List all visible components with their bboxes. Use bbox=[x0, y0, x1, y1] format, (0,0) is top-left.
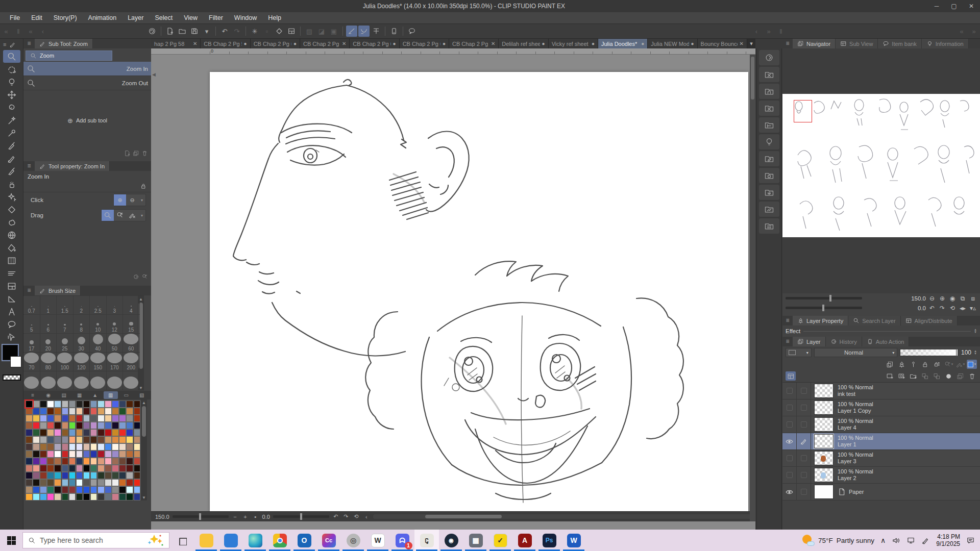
brush-size-cell[interactable]: 170 bbox=[107, 353, 124, 371]
layer-row-layer-2[interactable]: 100 % NormalLayer 2 bbox=[782, 467, 980, 484]
menu-view[interactable]: View bbox=[178, 12, 203, 24]
color-swatch[interactable] bbox=[62, 472, 69, 479]
scale-icon[interactable]: ▨ bbox=[304, 26, 315, 37]
zoom-tool[interactable] bbox=[3, 50, 20, 63]
color-swatch[interactable] bbox=[112, 493, 119, 500]
color-swatch[interactable] bbox=[33, 458, 40, 465]
color-swatch[interactable] bbox=[40, 458, 47, 465]
image-folder-icon[interactable] bbox=[759, 202, 779, 217]
color-swatch[interactable] bbox=[62, 493, 69, 500]
color-swatch[interactable] bbox=[33, 493, 40, 500]
brush-size-cell[interactable]: 80 bbox=[40, 353, 57, 371]
brush-size-cell[interactable]: 20 bbox=[40, 334, 57, 353]
menu-select[interactable]: Select bbox=[149, 12, 178, 24]
brush-size-cell[interactable]: 6 bbox=[40, 315, 57, 334]
color-swatch[interactable] bbox=[126, 436, 133, 443]
color-swatch[interactable] bbox=[76, 472, 83, 479]
navigator-view-rectangle[interactable] bbox=[794, 100, 812, 122]
zoom-out-button[interactable]: − bbox=[232, 514, 239, 520]
zoom-out-click-button[interactable]: ⊖ bbox=[126, 194, 138, 206]
close-folder-a-icon[interactable] bbox=[759, 67, 779, 82]
color-swatch[interactable] bbox=[83, 400, 90, 408]
pen-tool[interactable] bbox=[3, 139, 20, 152]
color-swatch[interactable] bbox=[76, 429, 83, 436]
save-dropdown[interactable]: ▾ bbox=[201, 26, 212, 37]
color-swatch[interactable] bbox=[90, 415, 97, 422]
brush-size-tab[interactable]: Brush Size bbox=[35, 286, 81, 295]
color-swatch[interactable] bbox=[126, 493, 133, 500]
color-swatch[interactable] bbox=[69, 422, 76, 429]
color-swatch[interactable] bbox=[62, 458, 69, 465]
color-swatch[interactable] bbox=[76, 408, 83, 415]
doc-tab-cb-chap-2-pg-62[interactable]: CB Chap 2 Pg 62● bbox=[350, 39, 399, 48]
color-swatch[interactable] bbox=[112, 436, 119, 443]
panel-arrow-icon[interactable]: « bbox=[956, 26, 967, 37]
color-swatch[interactable] bbox=[40, 465, 47, 472]
blend-mode-select[interactable]: Normal▾ bbox=[814, 348, 898, 357]
color-swatch[interactable] bbox=[126, 400, 133, 408]
rotate-left-icon[interactable]: ↶ bbox=[332, 513, 339, 520]
color-swatch[interactable] bbox=[97, 486, 105, 493]
panel-arrow-icon[interactable]: ‖ bbox=[775, 26, 787, 37]
color-swatch[interactable] bbox=[54, 422, 61, 429]
color-swatch[interactable] bbox=[90, 422, 97, 429]
doc-tab-vicky-ref-sheet-c[interactable]: Vicky ref sheet c● bbox=[549, 39, 598, 48]
drag-off-button[interactable] bbox=[126, 210, 138, 221]
brush-size-cell[interactable]: 120 bbox=[74, 353, 90, 371]
color-swatch[interactable] bbox=[112, 443, 119, 450]
network-icon[interactable] bbox=[906, 536, 915, 545]
drag-dropdown[interactable]: ▾ bbox=[138, 210, 145, 221]
nav-arrow-icon[interactable]: ‖ bbox=[13, 26, 24, 37]
brush-size-cell[interactable]: 100 bbox=[57, 353, 74, 371]
close-tab-icon[interactable]: ✕ bbox=[740, 41, 744, 46]
color-swatch[interactable] bbox=[47, 436, 54, 443]
brush-size-cell[interactable] bbox=[90, 371, 107, 390]
color-swatch[interactable] bbox=[76, 443, 83, 450]
color-swatch[interactable] bbox=[69, 472, 76, 479]
brush-size-cell[interactable]: 12 bbox=[107, 315, 124, 334]
threed-folder-icon[interactable] bbox=[759, 168, 779, 183]
color-swatch[interactable] bbox=[40, 422, 47, 429]
new-file-icon[interactable] bbox=[164, 26, 176, 37]
saturated-line-tool[interactable] bbox=[3, 267, 20, 280]
color-swatch[interactable] bbox=[97, 429, 105, 436]
nav-fullscreen-icon[interactable]: ⧈ bbox=[969, 295, 977, 302]
pencil-tool[interactable] bbox=[3, 152, 20, 165]
mesh-icon[interactable]: ▣ bbox=[328, 26, 339, 37]
color-swatch[interactable] bbox=[40, 429, 47, 436]
doc-tab-julia-new-mode[interactable]: Julia NEW Mode● bbox=[648, 39, 697, 48]
canvas-rotation-slider[interactable] bbox=[273, 515, 329, 518]
deselect-icon[interactable]: ✳ bbox=[249, 26, 260, 37]
layer-palette-combo[interactable]: ▾ bbox=[786, 348, 812, 357]
decoration-tool[interactable] bbox=[3, 190, 20, 203]
taskbar-app-file-explorer[interactable] bbox=[194, 530, 218, 551]
object-tool[interactable] bbox=[3, 331, 20, 343]
airbrush-tool[interactable] bbox=[3, 178, 20, 190]
layer-visible-icon[interactable] bbox=[782, 433, 797, 450]
tab-navigator[interactable]: Navigator bbox=[793, 39, 836, 48]
brush-size-cell[interactable]: 1.5 bbox=[57, 296, 74, 315]
color-swatch[interactable] bbox=[90, 408, 97, 415]
color-swatch[interactable] bbox=[90, 443, 97, 450]
tab-auto-action[interactable]: Auto Action bbox=[862, 337, 910, 346]
color-swatch[interactable] bbox=[119, 486, 126, 493]
color-swatch[interactable] bbox=[105, 408, 112, 415]
color-swatch[interactable] bbox=[90, 458, 97, 465]
color-swatch[interactable] bbox=[97, 422, 105, 429]
doc-tab-julia-doodles-[interactable]: Julia Doodles*● bbox=[598, 39, 648, 48]
layer-row-layer-3[interactable]: 100 % NormalLayer 3 bbox=[782, 450, 980, 467]
click-dropdown[interactable]: ▾ bbox=[138, 194, 145, 206]
color-swatch[interactable] bbox=[105, 472, 112, 479]
color-swatch[interactable] bbox=[83, 450, 90, 458]
draft-layer-icon[interactable] bbox=[908, 360, 918, 369]
color-swatch[interactable] bbox=[54, 408, 61, 415]
reset-tool-icon[interactable] bbox=[133, 273, 139, 280]
taskbar-search-input[interactable]: Type here to search bbox=[22, 532, 169, 548]
tab-layer-property[interactable]: Layer Property bbox=[793, 316, 848, 325]
close-button[interactable]: ✕ bbox=[963, 0, 980, 12]
color-swatch[interactable] bbox=[26, 479, 33, 486]
color-swatch[interactable] bbox=[97, 458, 105, 465]
color-swatch[interactable] bbox=[83, 472, 90, 479]
color-swatch[interactable] bbox=[62, 479, 69, 486]
color-swatch[interactable] bbox=[33, 422, 40, 429]
